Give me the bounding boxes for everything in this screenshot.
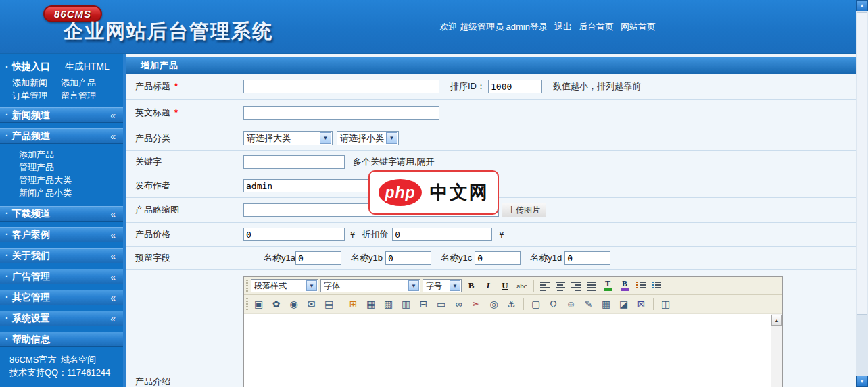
attach-file-icon[interactable]: ✉: [304, 297, 319, 311]
underline-button[interactable]: U: [498, 279, 512, 292]
italic-button[interactable]: I: [481, 279, 496, 292]
sidebar-section-other[interactable]: ·其它管理 «: [0, 290, 123, 305]
word-import-icon[interactable]: ◪: [616, 297, 631, 311]
align-center-icon[interactable]: [554, 279, 567, 292]
save-icon[interactable]: ◫: [658, 297, 673, 311]
collapse-icon[interactable]: «: [110, 313, 115, 324]
insert-media-icon[interactable]: ◉: [286, 297, 302, 311]
collapse-icon[interactable]: «: [110, 272, 115, 282]
sort-id-input[interactable]: [488, 80, 542, 93]
sidebar-item-order-manage[interactable]: 订单管理: [12, 89, 61, 102]
english-title-input[interactable]: [243, 106, 439, 120]
insert-table-icon[interactable]: ⊞: [345, 297, 361, 311]
scrollbar-thumb[interactable]: [857, 12, 867, 315]
collapse-icon[interactable]: «: [110, 209, 115, 220]
scroll-up-icon[interactable]: ▲: [771, 315, 782, 326]
word-art-icon[interactable]: ✎: [581, 297, 596, 311]
insert-image-icon[interactable]: ▣: [251, 297, 266, 311]
image-text-icon[interactable]: ▥: [398, 297, 414, 311]
sidebar-section-system[interactable]: ·系统设置 «: [0, 311, 123, 326]
paragraph-style-select[interactable]: 段落样式 ▼: [251, 279, 318, 292]
align-left-icon[interactable]: [538, 279, 552, 292]
strikethrough-button[interactable]: abc: [514, 279, 529, 292]
scroll-up-icon[interactable]: ▲: [856, 0, 868, 11]
small-category-select[interactable]: 请选择小类 ▼: [337, 131, 399, 145]
sidebar-item-add-product-quick[interactable]: 添加产品: [61, 76, 96, 89]
sidebar-item-manage-product-category[interactable]: 管理产品大类: [19, 175, 72, 185]
site-home-link[interactable]: 网站首页: [621, 21, 656, 33]
form-row-price: 产品价格 ¥ 折扣价 ¥: [126, 223, 856, 247]
code-box-icon[interactable]: ▧: [381, 297, 396, 311]
author-input[interactable]: [243, 179, 372, 192]
welcome-text: 欢迎 超级管理员 admin登录: [439, 21, 548, 33]
form-field-icon[interactable]: ▢: [528, 297, 544, 311]
product-submenu: 添加产品 管理产品 管理产品大类 新闻产品小类: [0, 144, 123, 201]
quick-entry-section: · 快捷入口 生成HTML 添加新闻 添加产品 订单管理 留言管理: [0, 54, 123, 102]
sort-id-label: 排序ID：: [450, 80, 485, 93]
sidebar-item-message-manage[interactable]: 留言管理: [61, 89, 96, 102]
reserved-field-input-c[interactable]: [475, 251, 521, 265]
web-link-icon[interactable]: ◎: [486, 297, 502, 311]
special-char-icon[interactable]: Ω: [546, 297, 561, 311]
anchor-icon[interactable]: ⚓: [504, 297, 519, 311]
chevron-down-icon: ▼: [306, 280, 317, 291]
collapse-icon[interactable]: «: [110, 230, 115, 240]
collapse-icon[interactable]: «: [110, 292, 115, 303]
editor-content-area[interactable]: [244, 314, 771, 387]
sidebar-section-news[interactable]: ·新闻频道 «: [0, 107, 123, 123]
horizontal-rule-icon[interactable]: ⊟: [416, 297, 431, 311]
official-site-link[interactable]: 86CMS官方: [9, 353, 61, 366]
collapse-icon[interactable]: «: [110, 131, 115, 142]
align-justify-icon[interactable]: [585, 279, 598, 292]
sidebar-item-add-news[interactable]: 添加新闻: [12, 76, 61, 89]
upload-image-button[interactable]: 上传图片: [502, 203, 546, 217]
admin-home-link[interactable]: 后台首页: [579, 21, 614, 33]
reserved-field-input-d[interactable]: [564, 251, 610, 265]
collapse-icon[interactable]: «: [110, 251, 115, 261]
big-category-select[interactable]: 请选择大类 ▼: [243, 131, 333, 145]
marquee-icon[interactable]: ▭: [433, 297, 449, 311]
grid-icon[interactable]: ⊠: [633, 297, 649, 311]
reserved-field-input-b[interactable]: [385, 251, 431, 265]
remove-link-icon[interactable]: ✂: [468, 297, 484, 311]
product-title-input[interactable]: [243, 80, 439, 93]
scroll-down-icon[interactable]: ▼: [856, 376, 868, 387]
insert-link-icon[interactable]: ∞: [451, 297, 466, 311]
editor-toolbar-format: 段落样式 ▼ 字体 ▼ 字号 ▼ B: [244, 277, 782, 295]
page-scrollbar[interactable]: ▲ ▼: [856, 0, 868, 387]
sidebar-section-ads[interactable]: ·广告管理 «: [0, 269, 123, 284]
collapse-icon[interactable]: «: [110, 110, 115, 121]
sidebar-section-download[interactable]: ·下载频道 «: [0, 206, 123, 222]
editor-scrollbar[interactable]: ▲: [771, 314, 782, 387]
sidebar-item-generate-html[interactable]: 生成HTML: [65, 61, 110, 73]
font-family-select[interactable]: 字体 ▼: [320, 279, 420, 292]
unordered-list-icon[interactable]: [650, 279, 663, 292]
font-size-select[interactable]: 字号 ▼: [423, 279, 462, 292]
chevron-down-icon: ▼: [408, 280, 419, 291]
excel-import-icon[interactable]: ▩: [598, 297, 614, 311]
ordered-list-icon[interactable]: [634, 279, 648, 292]
sidebar-section-about[interactable]: ·关于我们 «: [0, 248, 123, 263]
align-right-icon[interactable]: [569, 279, 583, 292]
discount-price-input[interactable]: [392, 228, 492, 241]
insert-flash-icon[interactable]: ✿: [268, 297, 284, 311]
sidebar-item-manage-product[interactable]: 管理产品: [19, 162, 54, 172]
sidebar-item-product-subcategory[interactable]: 新闻产品小类: [19, 188, 72, 198]
reserved-field-input-a[interactable]: [295, 251, 341, 265]
keyword-input[interactable]: [243, 155, 345, 169]
sort-hint: 数值越小，排列越靠前: [553, 80, 641, 93]
logout-link[interactable]: 退出: [554, 21, 572, 33]
paste-word-icon[interactable]: ▤: [321, 297, 337, 311]
delete-table-icon[interactable]: ▦: [363, 297, 379, 311]
sidebar-section-product[interactable]: ·产品频道 «: [0, 128, 123, 144]
sidebar-item-add-product[interactable]: 添加产品: [19, 149, 54, 159]
background-color-button[interactable]: B: [617, 279, 632, 292]
bold-button[interactable]: B: [464, 279, 479, 292]
domain-space-link[interactable]: 域名空间: [61, 353, 96, 366]
form-row-product-intro: 产品介绍 段落样式 ▼ 字体 ▼ 字号: [126, 270, 856, 387]
sidebar-section-help[interactable]: ·帮助信息: [0, 332, 123, 347]
emoticon-icon[interactable]: ☺: [563, 297, 579, 311]
sidebar-section-cases[interactable]: ·客户案例 «: [0, 227, 123, 242]
text-color-button[interactable]: T: [600, 279, 615, 292]
price-input[interactable]: [243, 228, 345, 241]
